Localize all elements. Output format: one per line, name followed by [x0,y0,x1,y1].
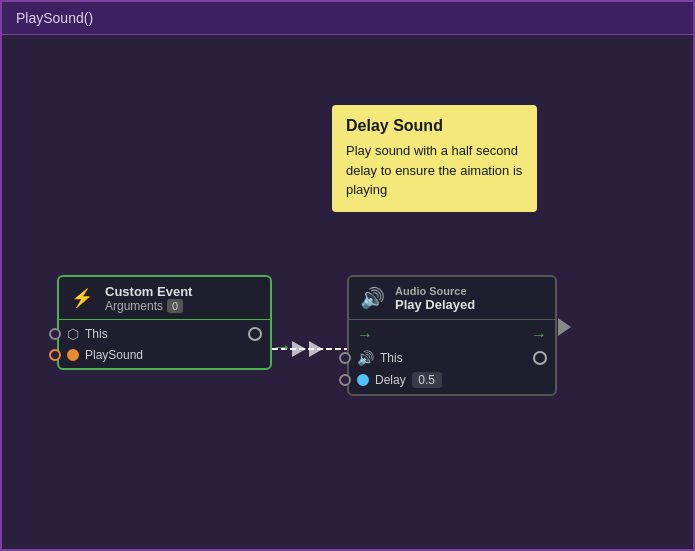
green-arrow-left: → [272,335,292,358]
pin-row-playsound: PlaySound [67,348,262,362]
exec-arrow-out: → [531,326,547,344]
pin-delay-label: Delay [375,373,406,387]
audio-body: → → 🔊 This Delay 0.5 [349,320,555,394]
node-custom-event-subtitle: Arguments 0 [105,299,192,313]
pin-delay-dot [357,374,369,386]
node-custom-event: ⚡ Custom Event Arguments 0 ⬡ This [57,275,272,370]
tooltip-body: Play sound with a half second delay to e… [346,141,523,200]
pin-row-audio-this: 🔊 This [357,350,547,366]
pin-audio-this-label: This [380,351,403,365]
pin-this-output [248,327,262,341]
node-custom-event-header: ⚡ Custom Event Arguments 0 [59,277,270,319]
output-triangle [558,318,571,336]
speaker-icon: 🔊 [357,283,387,313]
pin-audio-this-output [533,351,547,365]
lightning-icon: ⚡ [67,283,97,313]
connector-triangle [292,341,306,357]
left-socket-playsound [49,349,61,361]
cube-icon: ⬡ [67,326,79,342]
left-socket-audio-this [339,352,351,364]
window-title: PlaySound() [16,10,93,26]
node-audio: 🔊 Audio Source Play Delayed → → 🔊 This [347,275,557,396]
delay-value[interactable]: 0.5 [412,372,442,388]
tooltip-title: Delay Sound [346,117,523,135]
node-audio-title-line2: Play Delayed [395,297,475,312]
pin-this-label: This [85,327,108,341]
main-window: PlaySound() Delay Sound Play sound with … [0,0,695,551]
canvas: Delay Sound Play sound with a half secon… [2,35,693,544]
exec-arrow-in: → [357,326,373,344]
connector-triangle2 [309,341,323,357]
node-audio-title-line1: Audio Source [395,285,475,297]
pin-row-exec: → → [357,326,547,344]
node-audio-header: 🔊 Audio Source Play Delayed [349,277,555,319]
audio-cube-icon: 🔊 [357,350,374,366]
node-custom-event-title: Custom Event [105,284,192,299]
pin-row-delay: Delay 0.5 [357,372,547,388]
arguments-badge: 0 [167,299,183,313]
pin-playsound-label: PlaySound [85,348,143,362]
left-socket-delay [339,374,351,386]
title-bar: PlaySound() [2,2,693,35]
left-socket-this [49,328,61,340]
tooltip-box: Delay Sound Play sound with a half secon… [332,105,537,212]
connector-middle: → [272,335,292,358]
custom-event-body: ⬡ This PlaySound [59,320,270,368]
pin-row-this: ⬡ This [67,326,262,342]
pin-playsound-dot [67,349,79,361]
